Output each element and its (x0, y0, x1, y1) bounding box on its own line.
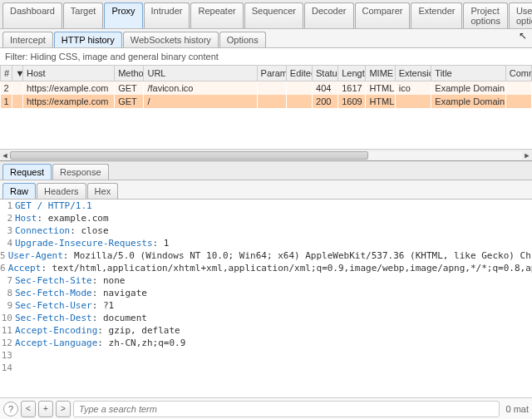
table-cell: https://example.com (23, 81, 115, 96)
line-content[interactable]: Sec-Fetch-Mode: navigate (15, 287, 532, 299)
table-cell: GET (115, 81, 144, 96)
line-content[interactable]: Host: example.com (15, 212, 532, 224)
line-content[interactable]: Accept: text/html,application/xhtml+xml,… (8, 262, 532, 274)
line-content[interactable]: Sec-Fetch-Dest: document (15, 312, 532, 324)
line-number: 4 (0, 237, 15, 249)
line-number: 10 (0, 312, 15, 324)
sub-tab-intercept[interactable]: Intercept (2, 32, 53, 47)
search-add-button[interactable]: + (38, 401, 53, 417)
table-cell: 1609 (338, 95, 366, 108)
editor-line: 5User-Agent: Mozilla/5.0 (Windows NT 10.… (0, 249, 532, 262)
scroll-left-arrow[interactable]: ◄ (0, 150, 10, 160)
view-mode-tabs: RawHeadersHex (0, 180, 532, 200)
table-cell (286, 95, 312, 108)
column-header[interactable]: MIME t... (366, 66, 395, 81)
column-header[interactable]: Edited (286, 66, 312, 81)
table-cell (12, 81, 23, 96)
line-content[interactable]: User-Agent: Mozilla/5.0 (Windows NT 10.0… (8, 249, 532, 262)
editor-line: 9Sec-Fetch-User: ?1 (0, 299, 532, 312)
line-number: 7 (0, 274, 15, 287)
column-header[interactable]: Status (313, 66, 338, 81)
column-header[interactable]: ▼ (12, 66, 23, 81)
column-header[interactable]: Extension (395, 66, 431, 81)
top-tab-extender[interactable]: Extender (411, 2, 462, 28)
column-header[interactable]: Method (115, 66, 144, 81)
line-content[interactable] (15, 349, 532, 362)
table-cell: Example Domain (431, 95, 505, 108)
line-content[interactable]: GET / HTTP/1.1 (15, 200, 532, 212)
top-tab-target[interactable]: Target (63, 2, 104, 28)
line-content[interactable]: Upgrade-Insecure-Requests: 1 (15, 237, 532, 249)
sub-tab-options[interactable]: Options (219, 32, 266, 47)
line-content[interactable]: Connection: close (15, 224, 532, 237)
editor-line: 11Accept-Encoding: gzip, deflate (0, 324, 532, 337)
editor-line: 14 (0, 362, 532, 374)
top-tab-dashboard[interactable]: Dashboard (2, 2, 62, 28)
line-number: 14 (0, 362, 15, 374)
table-cell: 1617 (338, 81, 366, 96)
scroll-thumb[interactable] (10, 151, 368, 160)
search-prev-button[interactable]: < (21, 401, 36, 417)
column-header[interactable]: Params (257, 66, 286, 81)
request-response-tabs: RequestResponse (0, 161, 532, 180)
column-header[interactable]: # (1, 66, 12, 81)
search-next-button[interactable]: > (56, 401, 71, 417)
request-editor[interactable]: 1GET / HTTP/1.12Host: example.com3Connec… (0, 200, 532, 395)
top-tab-proxy[interactable]: Proxy (104, 2, 142, 28)
sub-tab-http-history[interactable]: HTTP history (54, 32, 122, 47)
sub-tab-websockets-history[interactable]: WebSockets history (123, 32, 219, 47)
column-header[interactable]: Commen (505, 66, 531, 81)
history-table[interactable]: #▼HostMethodURLParamsEditedStatusLengthM… (0, 66, 532, 108)
line-content[interactable]: Accept-Language: zh-CN,zh;q=0.9 (15, 337, 532, 349)
view-tab-hex[interactable]: Hex (87, 183, 119, 199)
line-number: 3 (0, 224, 15, 237)
table-cell (257, 95, 286, 108)
search-input[interactable] (73, 401, 500, 417)
horizontal-scrollbar[interactable]: ◄ ► (0, 149, 532, 160)
table-cell: Example Domain (431, 81, 505, 96)
match-count: 0 mat (502, 404, 529, 414)
line-number: 13 (0, 349, 15, 362)
line-number: 11 (0, 324, 15, 337)
line-content[interactable]: Sec-Fetch-User: ?1 (15, 299, 532, 312)
editor-line: 2Host: example.com (0, 212, 532, 224)
table-cell: 200 (313, 95, 338, 108)
line-number: 6 (0, 262, 8, 274)
top-tab-project-options[interactable]: Project options (463, 2, 507, 28)
table-row[interactable]: 2https://example.comGET/favicon.ico40416… (1, 81, 532, 96)
table-cell (12, 95, 23, 108)
view-tab-headers[interactable]: Headers (37, 183, 86, 199)
scroll-right-arrow[interactable]: ► (522, 150, 532, 160)
top-tab-user-options[interactable]: User options (509, 2, 532, 28)
top-tab-sequencer[interactable]: Sequencer (244, 2, 303, 28)
filter-bar[interactable]: Filter: Hiding CSS, image and general bi… (0, 48, 532, 66)
table-cell: 2 (1, 81, 12, 96)
top-tabs: DashboardTargetProxyIntruderRepeaterSequ… (0, 0, 532, 29)
line-number: 8 (0, 287, 15, 299)
rr-tab-response[interactable]: Response (52, 164, 109, 180)
column-header[interactable]: Title (431, 66, 505, 81)
column-header[interactable]: URL (144, 66, 257, 81)
table-header-row: #▼HostMethodURLParamsEditedStatusLengthM… (1, 66, 532, 81)
help-button[interactable]: ? (3, 402, 18, 417)
line-number: 2 (0, 212, 15, 224)
column-header[interactable]: Host (23, 66, 115, 81)
top-tab-decoder[interactable]: Decoder (304, 2, 354, 28)
top-tab-repeater[interactable]: Repeater (190, 2, 243, 28)
line-content[interactable] (15, 362, 532, 374)
line-content[interactable]: Accept-Encoding: gzip, deflate (15, 324, 532, 337)
rr-tab-request[interactable]: Request (2, 164, 52, 180)
table-cell (286, 81, 312, 96)
top-tab-intruder[interactable]: Intruder (144, 2, 190, 28)
column-header[interactable]: Length (338, 66, 366, 81)
table-cell: /favicon.ico (144, 81, 257, 96)
editor-line: 7Sec-Fetch-Site: none (0, 274, 532, 287)
table-row[interactable]: 1https://example.comGET/2001609HTMLExamp… (1, 95, 532, 108)
editor-line: 3Connection: close (0, 224, 532, 237)
top-tab-comparer[interactable]: Comparer (355, 2, 411, 28)
proxy-subtabs: InterceptHTTP historyWebSockets historyO… (0, 29, 532, 48)
line-content[interactable]: Sec-Fetch-Site: none (15, 274, 532, 287)
editor-line: 8Sec-Fetch-Mode: navigate (0, 287, 532, 299)
scroll-track[interactable] (10, 151, 522, 160)
view-tab-raw[interactable]: Raw (2, 183, 36, 199)
